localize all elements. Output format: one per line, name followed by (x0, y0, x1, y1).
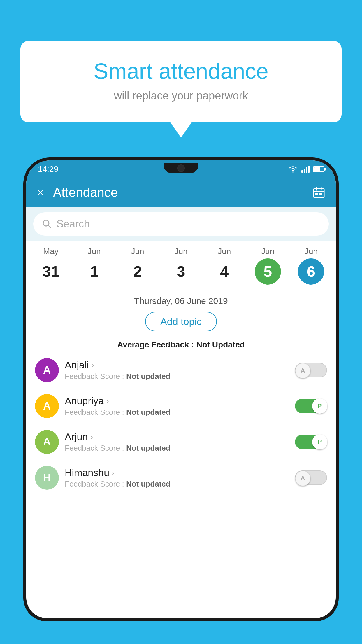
bubble-title: Smart attendance (44, 58, 318, 84)
svg-rect-4 (315, 193, 318, 195)
phone-screen: 14:29 (26, 160, 336, 618)
chevron-icon: › (90, 432, 93, 442)
phone-wrapper: 14:29 (23, 158, 339, 644)
feedback-score: Feedback Score : Not updated (65, 480, 289, 489)
svg-rect-5 (319, 193, 322, 195)
toggle-knob: A (295, 471, 310, 486)
app-header: × Attendance (26, 178, 336, 207)
chevron-icon: › (91, 360, 94, 370)
feedback-score: Feedback Score : Not updated (65, 444, 289, 453)
calendar-day-5[interactable]: Jun5 (249, 247, 287, 285)
student-name: Anjali › (65, 359, 289, 371)
calendar-day-6[interactable]: Jun6 (292, 247, 330, 285)
attendance-toggle[interactable]: P (295, 399, 327, 413)
battery-icon (313, 166, 324, 172)
student-avatar: A (35, 430, 59, 454)
chevron-icon: › (112, 468, 114, 477)
cal-date-label: 3 (168, 258, 194, 285)
status-time: 14:29 (38, 164, 58, 174)
feedback-value: Not updated (126, 372, 171, 381)
attendance-toggle[interactable]: A (295, 363, 327, 377)
calendar-day-4[interactable]: Jun4 (205, 247, 243, 285)
selected-date-info: Thursday, 06 June 2019 Add topic Average… (26, 288, 336, 352)
svg-rect-0 (314, 188, 324, 198)
student-item-himanshu[interactable]: HHimanshu ›Feedback Score : Not updatedA (32, 460, 330, 496)
student-info: Anjali ›Feedback Score : Not updated (65, 359, 289, 381)
page-title: Attendance (53, 185, 312, 200)
calendar-icon[interactable] (312, 186, 325, 199)
calendar-day-31[interactable]: May31 (32, 247, 70, 285)
feedback-value: Not updated (126, 480, 171, 488)
cal-date-label: 31 (38, 258, 64, 285)
search-input-placeholder: Search (57, 218, 90, 230)
svg-line-7 (48, 225, 51, 228)
student-avatar: A (35, 358, 59, 382)
cal-month-label: May (43, 247, 59, 256)
phone-frame: 14:29 (23, 158, 339, 621)
feedback-value: Not updated (126, 408, 171, 416)
student-info: Arjun ›Feedback Score : Not updated (65, 431, 289, 453)
cal-month-label: Jun (261, 247, 274, 256)
avg-feedback-value: Not Updated (196, 340, 245, 349)
feedback-value: Not updated (126, 444, 171, 452)
avg-feedback-label: Average Feedback : (117, 340, 196, 349)
cal-month-label: Jun (305, 247, 318, 256)
status-icons (288, 165, 324, 173)
add-topic-button[interactable]: Add topic (145, 312, 217, 331)
signal-icon (301, 166, 310, 173)
speech-bubble: Smart attendance will replace your paper… (20, 41, 342, 123)
close-button[interactable]: × (37, 185, 44, 200)
feedback-score: Feedback Score : Not updated (65, 408, 289, 417)
calendar-day-3[interactable]: Jun3 (162, 247, 200, 285)
avg-feedback: Average Feedback : Not Updated (32, 340, 330, 349)
student-item-anjali[interactable]: AAnjali ›Feedback Score : Not updatedA (32, 352, 330, 388)
cal-date-label: 2 (124, 258, 151, 285)
calendar-day-2[interactable]: Jun2 (119, 247, 157, 285)
cal-month-label: Jun (131, 247, 144, 256)
speech-bubble-wrapper: Smart attendance will replace your paper… (20, 41, 342, 123)
attendance-toggle[interactable]: A (295, 470, 327, 485)
cal-date-label: 5 (255, 258, 281, 285)
student-name: Anupriya › (65, 395, 289, 407)
toggle-knob: P (312, 398, 327, 414)
student-name: Himanshu › (65, 467, 289, 478)
chevron-icon: › (106, 396, 109, 406)
selected-date-text: Thursday, 06 June 2019 (32, 296, 330, 306)
student-list: AAnjali ›Feedback Score : Not updatedAAA… (26, 352, 336, 496)
student-avatar: A (35, 394, 59, 418)
toggle-knob: P (312, 434, 327, 449)
cal-month-label: Jun (174, 247, 187, 256)
student-info: Anupriya ›Feedback Score : Not updated (65, 395, 289, 417)
search-icon (42, 219, 52, 229)
bubble-subtitle: will replace your paperwork (44, 90, 318, 102)
student-info: Himanshu ›Feedback Score : Not updated (65, 467, 289, 489)
cal-date-label: 1 (81, 258, 107, 285)
wifi-icon (288, 165, 298, 173)
student-name: Arjun › (65, 431, 289, 442)
student-item-arjun[interactable]: AArjun ›Feedback Score : Not updatedP (32, 424, 330, 460)
cal-month-label: Jun (218, 247, 231, 256)
battery-fill (314, 167, 320, 171)
cal-month-label: Jun (88, 247, 101, 256)
student-item-anupriya[interactable]: AAnupriya ›Feedback Score : Not updatedP (32, 388, 330, 424)
feedback-score: Feedback Score : Not updated (65, 372, 289, 381)
search-bar-wrapper: Search (26, 207, 336, 241)
calendar-strip: May31Jun1Jun2Jun3Jun4Jun5Jun6 (26, 241, 336, 288)
search-bar[interactable]: Search (33, 212, 329, 236)
calendar-day-1[interactable]: Jun1 (75, 247, 113, 285)
cal-date-label: 4 (211, 258, 238, 285)
student-avatar: H (35, 466, 59, 490)
toggle-knob: A (295, 363, 310, 378)
phone-camera (177, 164, 185, 172)
cal-date-label: 6 (298, 258, 324, 285)
attendance-toggle[interactable]: P (295, 435, 327, 449)
